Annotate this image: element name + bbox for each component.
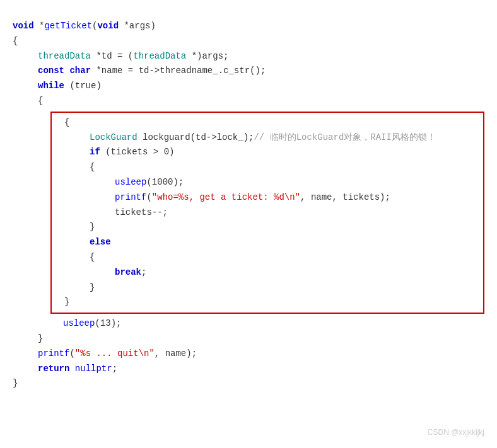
watermark: CSDN @xxjkkijkj — [428, 428, 484, 437]
code-line: threadData *td = (threadData *)args; — [13, 49, 484, 64]
code-line: LockGuard lockguard(td->lock_);// 临时的Loc… — [52, 130, 483, 146]
code-line: printf("%s ... quit\n", name); — [13, 347, 484, 362]
code-line: { — [52, 115, 483, 130]
code-line: usleep(13); — [13, 316, 484, 331]
code-line: usleep(1000); — [52, 175, 483, 190]
highlighted-code-block: { LockGuard lockguard(td->lock_);// 临时的L… — [50, 112, 484, 314]
code-line: else — [52, 235, 483, 250]
function-name: getTicket — [44, 19, 92, 34]
code-line: return nullptr; — [13, 362, 484, 377]
code-line: tickets--; — [52, 205, 483, 221]
code-line: { — [52, 160, 483, 175]
code-line: void *getTicket(void *args) — [13, 19, 484, 34]
code-line: if (tickets > 0) — [52, 145, 483, 160]
code-line: break; — [52, 265, 483, 280]
keyword-while: while — [38, 79, 64, 94]
code-line: { — [13, 94, 484, 109]
code-line: } — [52, 280, 483, 296]
code-container: void *getTicket(void *args) { threadData… — [13, 13, 484, 398]
code-line: } — [52, 295, 483, 310]
code-line: } — [13, 331, 484, 347]
code-line: { — [52, 250, 483, 265]
keyword-void: void — [13, 19, 34, 34]
code-line-while: while (true) — [13, 79, 484, 94]
code-line: { — [13, 34, 484, 49]
code-line: printf("who=%s, get a ticket: %d\n", nam… — [52, 190, 483, 205]
code-line: } — [13, 376, 484, 391]
code-line: const char *name = td->threadname_.c_str… — [13, 64, 484, 79]
code-line: } — [52, 220, 483, 235]
